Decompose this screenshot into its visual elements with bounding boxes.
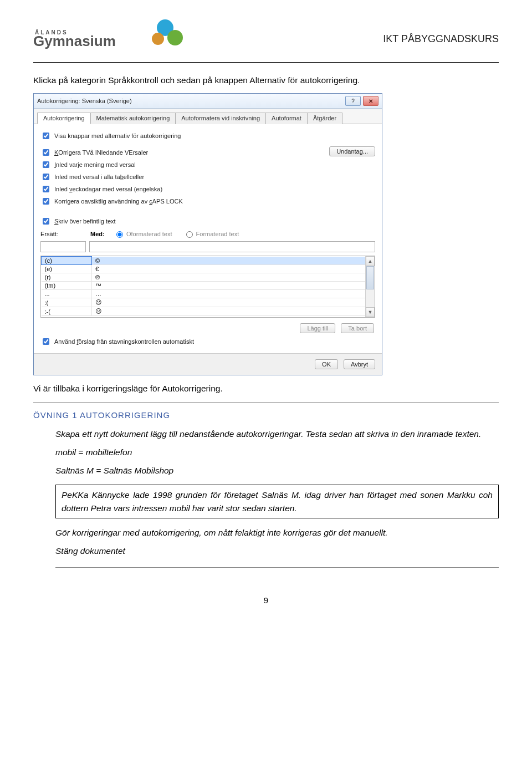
list-row: (c)©	[42, 257, 375, 265]
dialog-titlebar: Autokorrigering: Svenska (Sverige) ? ✕	[34, 94, 382, 109]
exercise-bottom-divider	[55, 567, 499, 568]
list-row: (r)®	[42, 273, 375, 282]
page-number: 9	[33, 595, 499, 605]
logo-text-big: Gymnasium	[33, 35, 116, 48]
remove-button[interactable]: Ta bort	[341, 323, 374, 333]
replace-label: Ersätt:	[40, 231, 65, 237]
logo-circles-icon	[150, 19, 188, 47]
exercise-body: Skapa ett nytt dokument lägg till nedans…	[55, 427, 499, 568]
exercise-p2: mobil = mobiltelefon	[55, 446, 499, 459]
autocorrect-dialog-screenshot: Autokorrigering: Svenska (Sverige) ? ✕ A…	[33, 93, 382, 375]
tab-atgarder[interactable]: Åtgärder	[307, 113, 342, 124]
add-button[interactable]: Lägg till	[300, 323, 335, 333]
scroll-thumb[interactable]	[366, 266, 374, 289]
label-inled-mening: Inled varje mening med versal	[54, 161, 136, 168]
label-skriv-over: Skriv över befintlig text	[54, 218, 116, 225]
tab-autokorrigering[interactable]: Autokorrigering	[37, 113, 91, 124]
checkbox-visa-knappar[interactable]	[43, 133, 49, 139]
check-forslag: Använd förslag från stavningskontrollen …	[40, 335, 375, 348]
checkbox-veckodagar[interactable]	[43, 186, 49, 192]
checkbox-capslock[interactable]	[43, 198, 49, 205]
check-korrigera-tva: KOrrigera TVå INledande VErsaler	[40, 146, 329, 159]
replace-row: Ersätt: Med: Oformaterad text Formaterad…	[40, 227, 375, 241]
checkbox-forslag[interactable]	[43, 338, 49, 345]
tab-autoformat[interactable]: Autoformat	[265, 113, 308, 124]
radio-formaterad[interactable]: Formaterad text	[183, 230, 239, 238]
scroll-down-icon[interactable]: ▼	[366, 307, 375, 317]
check-visa-knappar: Visa knappar med alternativ för autokorr…	[40, 130, 375, 142]
logo: ÅLANDS Gymnasium	[33, 22, 116, 55]
exercise-top-divider	[33, 402, 499, 403]
list-scrollbar[interactable]: ▲ ▼	[365, 256, 375, 317]
check-capslock: Korrigera oavsiktlig användning av cAPS …	[40, 195, 329, 207]
dialog-tabs: Autokorrigering Matematisk autokorrigeri…	[34, 109, 382, 124]
with-label: Med:	[90, 231, 109, 237]
radio-oformaterad[interactable]: Oformaterad text	[114, 230, 172, 238]
label-capslock: Korrigera oavsiktlig användning av cAPS …	[54, 198, 183, 205]
scroll-up-icon[interactable]: ▲	[366, 256, 375, 266]
cancel-button[interactable]: Avbryt	[344, 359, 375, 369]
exercise-boxed: PeKKa Kännycke lade 1998 grunden för för…	[55, 485, 499, 518]
checkbox-inled-mening[interactable]	[43, 161, 49, 168]
dialog-window: Autokorrigering: Svenska (Sverige) ? ✕ A…	[33, 93, 382, 375]
dialog-footer: OK Avbryt	[34, 353, 382, 375]
replace-from-input[interactable]	[40, 241, 86, 252]
check-veckodagar: Inled veckodagar med versal (engelska)	[40, 183, 329, 195]
intro-text: Klicka på kategorin Språkkontroll och se…	[33, 74, 499, 86]
ok-button[interactable]: OK	[315, 359, 338, 369]
checkbox-korrigera-tva[interactable]	[43, 149, 49, 156]
list-row: :-(☹	[42, 307, 375, 316]
document-title: IKT PÅBYGGNADSKURS	[383, 33, 499, 45]
list-row: ...…	[42, 290, 375, 298]
exercise-p3: Saltnäs M = Saltnäs Mobilshop	[55, 464, 499, 477]
label-visa-knappar: Visa knappar med alternativ för autokorr…	[54, 133, 181, 139]
help-button[interactable]: ?	[345, 96, 361, 106]
tab-matematisk[interactable]: Matematisk autokorrigering	[90, 113, 176, 124]
label-tabellceller: Inled med versal i alla tabellceller	[54, 174, 144, 180]
exercise-p1: Skapa ett nytt dokument lägg till nedans…	[55, 427, 499, 440]
check-skriv-over: Skriv över befintlig text	[40, 215, 375, 227]
exercise-boxed-text: PeKKa Kännycke lade 1998 grunden för för…	[62, 488, 493, 515]
checkbox-skriv-over[interactable]	[43, 218, 49, 225]
after-dialog-text: Vi är tillbaka i korrigeringsläge för Au…	[33, 382, 499, 395]
list-row: (tm)™	[42, 282, 375, 290]
checkbox-tabellceller[interactable]	[43, 174, 49, 180]
exercise-title: ÖVNING 1 AUTOKORRIGERING	[33, 410, 499, 420]
replace-fields	[40, 241, 375, 256]
svg-point-2	[152, 33, 164, 45]
list-row: :(☹	[42, 298, 375, 307]
dialog-title: Autokorrigering: Svenska (Sverige)	[37, 98, 132, 104]
tab-autoformatera[interactable]: Autoformatera vid inskrivning	[175, 113, 266, 124]
close-button[interactable]: ✕	[363, 96, 378, 106]
label-korrigera-tva: KOrrigera TVå INledande VErsaler	[54, 149, 148, 156]
undantag-button[interactable]: Undantag...	[329, 146, 375, 156]
exercise-p4: Gör korrigeringar med autokorrigering, o…	[55, 526, 499, 539]
label-forslag: Använd förslag från stavningskontrollen …	[54, 338, 194, 345]
svg-point-1	[167, 30, 183, 45]
exercise-p5: Stäng dokumentet	[55, 544, 499, 557]
header-divider	[33, 62, 499, 63]
page-header: ÅLANDS Gymnasium IKT PÅBYGGNADSKURS	[33, 22, 499, 55]
replace-to-input[interactable]	[89, 241, 375, 252]
check-inled-mening: Inled varje mening med versal	[40, 159, 329, 171]
list-row: (e)€	[42, 265, 375, 273]
replace-list[interactable]: (c)© (e)€ (r)® (tm)™ ...… :(☹ :-(☹ ▲ ▼	[40, 256, 375, 318]
label-veckodagar: Inled veckodagar med versal (engelska)	[54, 186, 162, 192]
check-tabellceller: Inled med versal i alla tabellceller	[40, 171, 329, 183]
